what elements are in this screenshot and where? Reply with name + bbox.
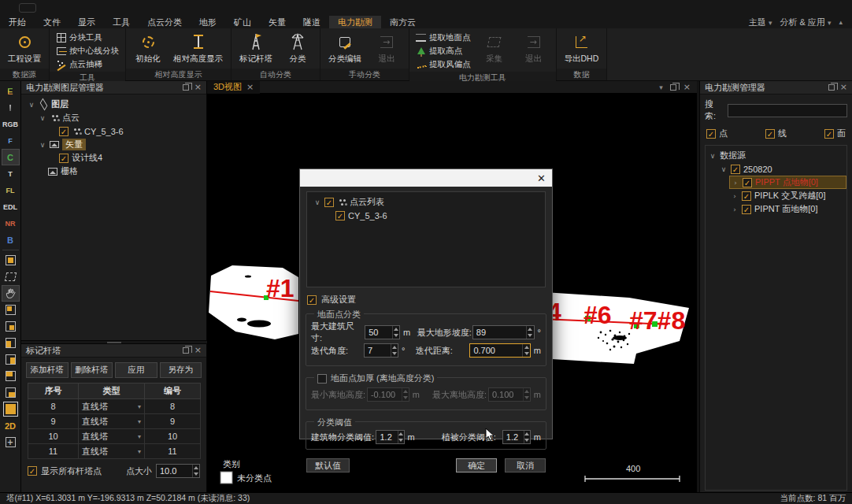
collapsed-arrow-icon[interactable]: › — [732, 179, 739, 187]
expand-arrow-icon[interactable]: ∨ — [28, 101, 35, 109]
intensity-render-icon[interactable]: I — [2, 99, 20, 116]
view-front-icon[interactable] — [2, 302, 20, 318]
tree-node-pipnt[interactable]: › ✓ PIPNT 面地物[0] — [706, 202, 846, 216]
centerline-block-button[interactable]: 按中心线分块 — [56, 45, 119, 57]
tab-3d-view[interactable]: 3D视图 × — [207, 81, 260, 94]
max-building-size-stepper[interactable] — [365, 325, 400, 339]
menu-file[interactable]: 文件 — [35, 16, 69, 28]
show-all-towers-checkbox[interactable]: ✓ — [28, 466, 37, 476]
checkbox-checked-icon[interactable]: ✓ — [731, 165, 740, 174]
menu-mine[interactable]: 矿山 — [225, 16, 260, 28]
default-values-button[interactable]: 默认值 — [306, 458, 350, 472]
thin-pointcloud-button[interactable]: 点云抽稀 — [56, 58, 119, 70]
max-terrain-slope-stepper[interactable] — [472, 325, 535, 339]
ok-button[interactable]: 确定 — [456, 458, 497, 472]
theme-dropdown[interactable]: 主题 ▾ — [749, 17, 772, 28]
table-row[interactable]: 8 直线塔▾ 8 — [28, 399, 201, 414]
nr-render-icon[interactable]: NR — [2, 215, 20, 232]
collapse-ribbon-icon[interactable]: ▴ — [839, 18, 843, 26]
mark-tower-button[interactable]: 标记杆塔 — [235, 30, 277, 69]
ground-thicken-toggle[interactable]: 地面点加厚 (离地高度分类) — [314, 372, 437, 384]
add-viewport-icon[interactable]: + — [2, 434, 20, 450]
menu-tunnel[interactable]: 隧道 — [294, 16, 329, 28]
view-back-icon[interactable] — [2, 318, 20, 335]
polygon-select-icon[interactable] — [2, 269, 20, 285]
checkbox-checked-icon[interactable]: ✓ — [59, 127, 69, 136]
edl-render-icon[interactable]: EDL — [2, 198, 20, 215]
menu-terrain[interactable]: 地形 — [191, 16, 225, 28]
checkbox-checked-icon[interactable]: ✓ — [824, 129, 834, 139]
view-bottom-icon[interactable] — [2, 384, 20, 401]
iteration-distance-input[interactable] — [470, 344, 522, 357]
time-render-icon[interactable]: T — [2, 165, 20, 182]
filter-line[interactable]: ✓线 — [765, 128, 821, 139]
2d-view-icon[interactable]: 2D — [2, 417, 20, 434]
menu-power-survey[interactable]: 电力勘测 — [329, 16, 381, 28]
project-settings-button[interactable]: 工程设置 — [3, 30, 46, 69]
tree-node-raster[interactable]: 栅格 — [21, 165, 206, 178]
close-icon[interactable]: × — [683, 84, 691, 91]
rect-select-icon[interactable] — [2, 252, 20, 269]
menu-south-cloud[interactable]: 南方云 — [381, 16, 424, 28]
chevron-down-icon[interactable]: ▾ — [659, 83, 663, 91]
float-panel-icon[interactable] — [183, 347, 189, 354]
iteration-distance-stepper[interactable] — [469, 343, 530, 358]
max-terrain-slope-input[interactable] — [473, 326, 526, 339]
export-dhd-button[interactable]: 导出DHD — [560, 30, 604, 69]
extract-wind-points-button[interactable]: 提取风偏点 — [416, 58, 471, 70]
close-tab-icon[interactable]: × — [246, 82, 254, 92]
f-render-icon[interactable]: F — [2, 132, 20, 149]
iteration-angle-input[interactable] — [365, 344, 391, 357]
collapsed-arrow-icon[interactable]: › — [731, 192, 739, 200]
tree-node-dataset[interactable]: ∨ ✓ 250820 — [706, 162, 846, 176]
apply-button[interactable]: 应用 — [115, 362, 157, 378]
close-icon[interactable]: × — [840, 84, 847, 91]
vegetation-threshold-stepper[interactable] — [502, 430, 531, 444]
close-icon[interactable]: × — [194, 84, 202, 91]
tree-node-layers[interactable]: ∨ 图层 — [21, 98, 206, 111]
checkbox-checked-icon[interactable]: ✓ — [743, 178, 752, 187]
save-as-button[interactable]: 另存为 — [160, 362, 202, 378]
table-row[interactable]: 10 直线塔▾ 10 — [28, 429, 201, 444]
tree-node-pippt[interactable]: › ✓ PIPPT 点地物[0] — [729, 176, 846, 189]
filter-point[interactable]: ✓点 — [706, 128, 762, 139]
classify-button[interactable]: 分类 — [279, 30, 317, 69]
float-view-icon[interactable] — [670, 84, 676, 91]
float-panel-icon[interactable] — [828, 84, 835, 91]
classify-edit-button[interactable]: 分类编辑 — [324, 30, 366, 69]
tower-type-dropdown[interactable]: 直线塔▾ — [79, 431, 144, 443]
relative-height-display-button[interactable]: 相对高度显示 — [169, 30, 228, 69]
checkbox-checked-icon[interactable]: ✓ — [324, 198, 334, 207]
tree-node-design-line[interactable]: ✓ 设计线4 — [21, 151, 206, 165]
classification-render-icon[interactable]: C — [2, 149, 20, 165]
tree-node-vector[interactable]: ∨ 矢量 — [21, 138, 206, 151]
building-threshold-input[interactable] — [376, 431, 397, 443]
quick-access-button[interactable] — [19, 3, 36, 13]
tree-node-pointcloud-list[interactable]: ∨ ✓ 点云列表 — [309, 195, 543, 209]
table-row[interactable]: 9 直线塔▾ 9 — [28, 414, 201, 429]
tower-type-dropdown[interactable]: 直线塔▾ — [79, 416, 144, 428]
cancel-button[interactable]: 取消 — [505, 458, 546, 472]
close-icon[interactable]: × — [194, 347, 202, 354]
tree-node-datasource[interactable]: ∨ 数据源 — [706, 149, 846, 162]
block-tool-button[interactable]: 分块工具 — [56, 32, 119, 43]
expand-arrow-icon[interactable]: ∨ — [39, 141, 46, 149]
iteration-angle-stepper[interactable] — [364, 343, 398, 358]
menu-start[interactable]: 开始 — [0, 16, 35, 28]
extract-ground-points-button[interactable]: 提取地面点 — [416, 32, 471, 43]
expand-arrow-icon[interactable]: ∨ — [39, 114, 46, 122]
search-input[interactable] — [728, 104, 847, 117]
float-panel-icon[interactable] — [183, 84, 189, 91]
tower-type-dropdown[interactable]: 直线塔▾ — [79, 446, 144, 458]
checkbox-checked-icon[interactable]: ✓ — [742, 205, 751, 214]
menu-display[interactable]: 显示 — [69, 16, 104, 28]
add-tower-button[interactable]: 添加杆塔 — [26, 362, 69, 378]
checkbox-checked-icon[interactable]: ✓ — [59, 154, 69, 163]
initialize-button[interactable]: 初始化 — [129, 30, 167, 69]
blend-render-icon[interactable]: B — [2, 232, 20, 248]
menu-tools[interactable]: 工具 — [104, 16, 139, 28]
pan-hand-icon[interactable] — [2, 285, 20, 302]
tower-type-dropdown[interactable]: 直线塔▾ — [79, 401, 144, 413]
view-right-icon[interactable] — [2, 351, 20, 368]
dialog-titlebar[interactable]: ✕ — [300, 169, 552, 187]
